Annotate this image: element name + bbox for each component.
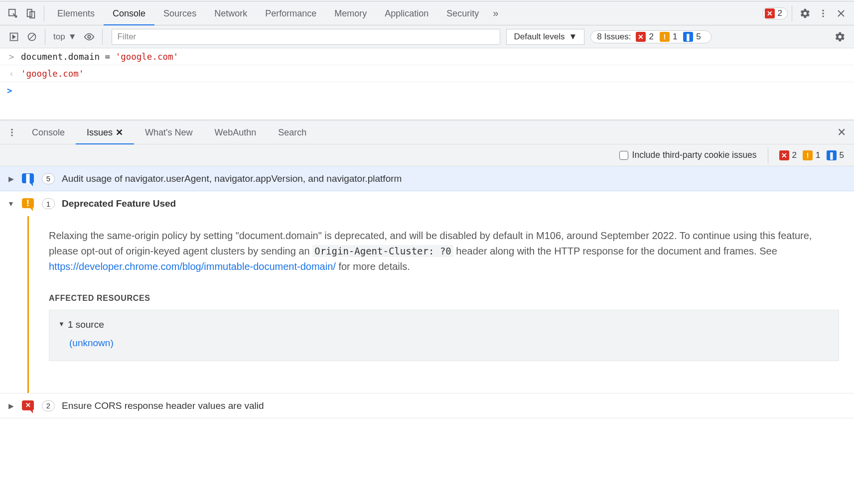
- affected-source-row[interactable]: ▼ 1 source: [58, 317, 830, 332]
- issue-doc-link[interactable]: https://developer.chrome.com/blog/immuta…: [49, 261, 336, 272]
- issue-body-deprecated: Relaxing the same-origin policy by setti…: [0, 216, 854, 393]
- drawer-tab-issues[interactable]: Issues✕: [76, 121, 134, 144]
- filter-input[interactable]: [112, 29, 500, 45]
- error-icon: ✕: [779, 150, 789, 160]
- settings-gear-icon[interactable]: [798, 6, 812, 20]
- svg-point-4: [822, 12, 824, 14]
- return-icon: ‹: [7, 69, 16, 79]
- issue-count: 2: [42, 400, 55, 411]
- svg-point-10: [11, 131, 12, 133]
- execute-icon[interactable]: [7, 30, 21, 44]
- issue-count: 5: [42, 173, 55, 184]
- issues-counts[interactable]: ✕2 !1 ❚5: [779, 150, 848, 160]
- issues-info-count: 5: [696, 32, 701, 42]
- issue-row-deprecated[interactable]: ▼ ! 1 Deprecated Feature Used: [0, 191, 854, 216]
- svg-point-9: [11, 128, 12, 130]
- log-level-label: Default levels: [514, 32, 565, 42]
- drawer-tab-webauthn[interactable]: WebAuthn: [204, 121, 268, 144]
- filter-err-count: 2: [792, 150, 797, 160]
- drawer-tab-issues-label: Issues: [87, 127, 113, 137]
- console-expr-prefix: document.domain =: [21, 52, 116, 62]
- svg-point-5: [822, 15, 824, 17]
- top-error-badge[interactable]: ✕ 2: [762, 7, 788, 19]
- issues-err-count: 2: [649, 32, 653, 42]
- collapse-arrow-icon: ▼: [58, 319, 65, 329]
- expand-arrow-icon: ▶: [7, 175, 15, 183]
- include-thirdparty-label: Include third-party cookie issues: [632, 150, 757, 160]
- drawer-close-icon[interactable]: ✕: [832, 126, 851, 139]
- warning-icon: !: [803, 150, 813, 160]
- issue-row-useragent[interactable]: ▶ ❚ 5 Audit usage of navigator.userAgent…: [0, 166, 854, 191]
- error-icon: ✕: [636, 32, 646, 42]
- info-icon: ❚: [683, 32, 693, 42]
- tab-sources[interactable]: Sources: [154, 1, 205, 25]
- close-tab-icon[interactable]: ✕: [116, 127, 123, 137]
- collapse-arrow-icon: ▼: [7, 200, 15, 208]
- info-bubble-icon: ❚: [22, 173, 34, 183]
- svg-point-11: [11, 134, 12, 136]
- issue-count: 1: [42, 198, 55, 209]
- issues-chip[interactable]: 8 Issues: ✕2 !1 ❚5: [590, 30, 711, 43]
- console-prompt-row[interactable]: >: [0, 82, 854, 99]
- log-level-selector[interactable]: Default levels ▼: [506, 29, 584, 45]
- issue-title: Deprecated Feature Used: [62, 198, 848, 209]
- drawer-menu-icon[interactable]: [5, 126, 19, 139]
- chevron-down-icon: ▼: [569, 32, 577, 42]
- drawer-tab-whatsnew[interactable]: What's New: [134, 121, 203, 144]
- more-tabs-chevron-icon[interactable]: »: [488, 7, 503, 19]
- drawer-tab-search[interactable]: Search: [267, 121, 317, 144]
- clear-console-icon[interactable]: [25, 30, 39, 44]
- issue-code: Origin-Agent-Cluster: ?0: [312, 245, 453, 257]
- filter-warn-count: 1: [816, 150, 820, 160]
- svg-point-8: [88, 35, 91, 38]
- console-settings-gear-icon[interactable]: [833, 30, 847, 44]
- issue-row-cors[interactable]: ▶ ✕ 2 Ensure CORS response header values…: [0, 393, 854, 418]
- context-label: top: [53, 32, 65, 42]
- top-error-count: 2: [778, 8, 782, 18]
- tab-elements[interactable]: Elements: [48, 1, 104, 25]
- context-selector[interactable]: top ▼: [49, 29, 80, 44]
- issues-warn-count: 1: [673, 32, 677, 42]
- prompt-icon: >: [7, 86, 12, 96]
- console-return-row: ‹ 'google.com': [0, 65, 854, 82]
- tab-performance[interactable]: Performance: [256, 1, 325, 25]
- svg-point-3: [822, 9, 824, 11]
- live-expression-eye-icon[interactable]: [82, 30, 96, 44]
- info-icon: ❚: [827, 150, 837, 160]
- drawer-tab-console[interactable]: Console: [21, 121, 76, 144]
- console-return-value: 'google.com': [21, 69, 84, 79]
- error-bubble-icon: ✕: [22, 400, 34, 410]
- console-input-row: > document.domain = 'google.com': [0, 48, 854, 65]
- expand-arrow-icon: ▶: [7, 402, 15, 410]
- tab-console[interactable]: Console: [104, 1, 154, 25]
- issues-chip-label: 8 Issues:: [597, 32, 631, 42]
- checkbox-icon: [619, 151, 628, 160]
- include-thirdparty-checkbox[interactable]: Include third-party cookie issues: [619, 150, 757, 160]
- filter-info-count: 5: [840, 150, 844, 160]
- kebab-menu-icon[interactable]: [816, 6, 830, 20]
- tab-memory[interactable]: Memory: [325, 1, 376, 25]
- error-icon: ✕: [765, 8, 775, 18]
- inspect-icon[interactable]: [6, 6, 20, 20]
- affected-source-link[interactable]: (unknown): [69, 336, 114, 350]
- warning-icon: !: [660, 32, 670, 42]
- tab-application[interactable]: Application: [376, 1, 437, 25]
- issue-description: Relaxing the same-origin policy by setti…: [49, 228, 839, 274]
- tab-security[interactable]: Security: [437, 1, 488, 25]
- affected-source-count: 1 source: [68, 317, 104, 332]
- issue-title: Audit usage of navigator.userAgent, navi…: [62, 173, 848, 184]
- chevron-down-icon: ▼: [68, 32, 77, 42]
- tab-network[interactable]: Network: [205, 1, 256, 25]
- close-devtools-icon[interactable]: [834, 6, 848, 20]
- console-expr-value: 'google.com': [116, 52, 178, 62]
- affected-resources-heading: AFFECTED RESOURCES: [49, 292, 839, 305]
- warning-bubble-icon: !: [22, 198, 34, 208]
- issue-title: Ensure CORS response header values are v…: [62, 400, 848, 411]
- device-icon[interactable]: [24, 6, 38, 20]
- prompt-icon: >: [7, 52, 16, 62]
